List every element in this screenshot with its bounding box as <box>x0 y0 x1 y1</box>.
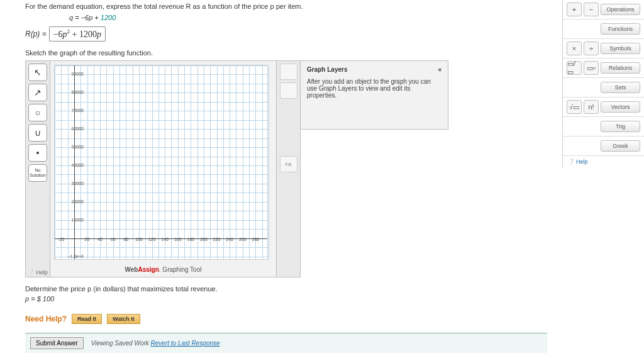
math-palette: + − Operations Functions × ÷ Symbols ▭/▭… <box>562 0 644 167</box>
point-tool[interactable]: • <box>28 144 47 162</box>
price-answer-input[interactable]: 100 <box>43 295 54 303</box>
cat-symbols[interactable]: Symbols <box>601 43 640 54</box>
kp-sqrt[interactable]: √▭ <box>567 100 582 114</box>
graph-layers-panel: Graph Layers « After you add an object t… <box>301 60 448 130</box>
kp-times[interactable]: × <box>567 42 582 55</box>
read-it-button[interactable]: Read It <box>72 314 102 324</box>
cat-trig[interactable]: Trig <box>601 121 640 132</box>
watch-it-button[interactable]: Watch It <box>107 314 140 324</box>
rp-label: R(p) = <box>25 30 47 38</box>
kp-div[interactable]: ÷ <box>584 42 599 55</box>
kp-minus[interactable]: − <box>584 3 599 16</box>
sketch-label: Sketch the graph of the resulting functi… <box>25 49 547 57</box>
submit-answer-button[interactable]: Submit Answer <box>30 337 84 349</box>
cat-greek[interactable]: Greek <box>601 140 640 152</box>
fill-tool[interactable]: Fill <box>280 156 297 172</box>
chart-canvas[interactable]: 1000020000300004000050000600007000080000… <box>54 65 268 260</box>
rp-answer-input[interactable]: −6p2 + 1200p <box>49 26 106 42</box>
determine-prompt: Determine the price p (in dollars) that … <box>25 285 547 293</box>
cat-sets[interactable]: Sets <box>601 82 640 93</box>
prompt-text: For the demand equation, express the tot… <box>25 3 547 10</box>
graph-layers-title: Graph Layers <box>307 66 347 73</box>
revert-link[interactable]: Revert to Last Response <box>151 340 220 347</box>
demand-equation: q = −6p + 1200 <box>69 14 547 21</box>
circle-tool[interactable]: ○ <box>28 104 47 121</box>
pointer-tool[interactable]: ↖ <box>28 64 47 81</box>
saved-work-text: Viewing Saved Work Revert to Last Respon… <box>91 340 220 347</box>
kp-fact[interactable]: n! <box>584 100 599 114</box>
graph-right-tools: Fill <box>277 60 301 277</box>
graph-help-button[interactable]: ❔ Help <box>26 268 49 277</box>
cat-operations[interactable]: Operations <box>601 4 640 15</box>
cat-functions[interactable]: Functions <box>601 23 640 35</box>
kp-plus[interactable]: + <box>567 3 582 16</box>
palette-help[interactable]: Help <box>563 156 644 167</box>
cat-vectors[interactable]: Vectors <box>601 101 640 113</box>
cat-relations[interactable]: Relations <box>601 62 640 74</box>
collapse-icon[interactable]: « <box>438 66 441 73</box>
chart-footer: WebAssign. Graphing Tool <box>50 264 276 277</box>
kp-exp[interactable]: ▭▫ <box>584 61 599 75</box>
graph-action-1[interactable] <box>280 64 297 80</box>
parabola-tool[interactable]: ∪ <box>28 124 47 142</box>
price-answer-line: p = $ 100 <box>25 295 547 303</box>
graph-toolbar: ↖ ↗ ○ ∪ • NoSolution ❔ Help <box>25 60 50 277</box>
no-solution-tool[interactable]: NoSolution <box>28 164 47 182</box>
need-help-label: Need Help? <box>25 315 67 323</box>
graph-layers-desc: After you add an object to the graph you… <box>307 78 441 99</box>
chart-canvas-wrap: 1000020000300004000050000600007000080000… <box>50 60 277 277</box>
graph-action-2[interactable] <box>280 82 297 99</box>
line-tool[interactable]: ↗ <box>28 84 47 101</box>
bottom-bar: Submit Answer Viewing Saved Work Revert … <box>25 333 547 353</box>
graphing-tool: ↖ ↗ ○ ∪ • NoSolution ❔ Help 100002000030… <box>25 60 547 277</box>
kp-frac[interactable]: ▭/▭ <box>567 61 582 75</box>
